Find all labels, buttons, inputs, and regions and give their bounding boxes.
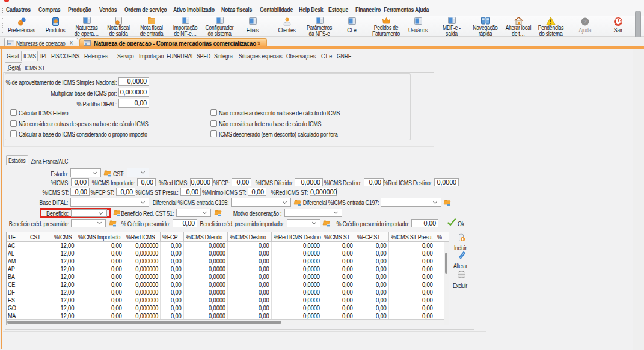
svg-text:?: ?: [583, 19, 587, 25]
